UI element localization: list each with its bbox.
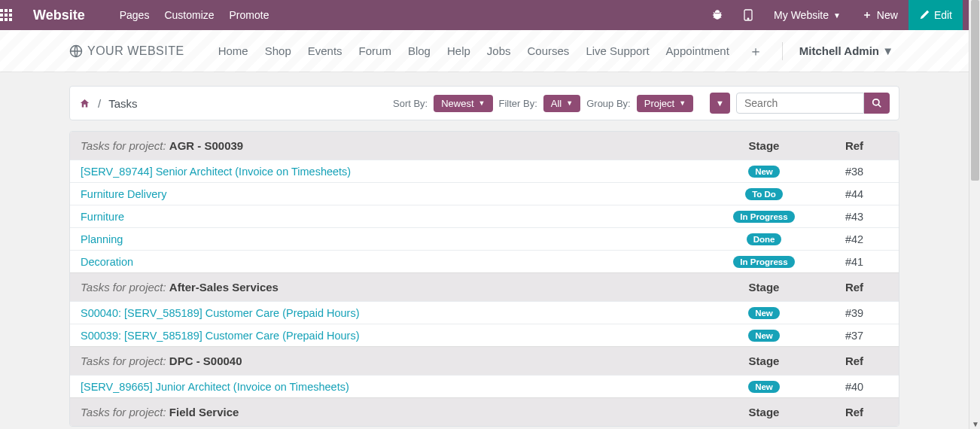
table-row: FurnitureIn Progress#43 xyxy=(70,205,899,227)
apps-icon[interactable] xyxy=(0,9,30,21)
svg-rect-5 xyxy=(9,14,12,17)
nav-home[interactable]: Home xyxy=(218,44,248,57)
nav-events[interactable]: Events xyxy=(308,44,342,57)
stage-badge: New xyxy=(748,330,780,342)
table-row: S00039: [SERV_585189] Customer Care (Pre… xyxy=(70,324,899,346)
table-row: Furniture DeliveryTo Do#44 xyxy=(70,182,899,205)
table-row: S00040: [SERV_585189] Customer Care (Pre… xyxy=(70,301,899,324)
stage-badge: New xyxy=(748,307,780,319)
site-nav: Home Shop Events Forum Blog Help Jobs Co… xyxy=(218,42,969,60)
caret-down-icon: ▼ xyxy=(566,99,573,107)
task-link[interactable]: S00040: [SERV_585189] Customer Care (Pre… xyxy=(81,307,708,319)
sort-label: Sort By: xyxy=(393,98,428,109)
table-row: DecorationIn Progress#41 xyxy=(70,250,899,272)
mobile-icon[interactable] xyxy=(733,0,763,30)
bug-icon[interactable] xyxy=(702,0,733,30)
task-link[interactable]: [SERV_89744] Senior Architect (Invoice o… xyxy=(81,166,708,178)
nav-courses[interactable]: Courses xyxy=(528,44,570,57)
scrollbar-thumb[interactable] xyxy=(971,0,979,181)
search-group: ▼ xyxy=(710,93,890,114)
app-topbar: Website Pages Customize Promote My Websi… xyxy=(0,0,969,30)
user-menu[interactable]: Mitchell Admin ▼ xyxy=(799,44,893,57)
task-link[interactable]: Furniture xyxy=(81,211,708,223)
group-header: Tasks for project: Field ServiceStageRef xyxy=(70,397,899,426)
col-stage: Stage xyxy=(708,139,820,152)
task-link[interactable]: Planning xyxy=(81,233,708,245)
svg-point-10 xyxy=(747,18,749,20)
nav-jobs[interactable]: Jobs xyxy=(487,44,511,57)
site-logo[interactable]: YOUR WEBSITE xyxy=(69,44,184,58)
search-input[interactable] xyxy=(736,93,864,114)
svg-point-12 xyxy=(873,99,879,105)
topbar-menu-pages[interactable]: Pages xyxy=(120,9,150,21)
ref-cell: #40 xyxy=(820,381,888,393)
group-title: Tasks for project: AGR - S00039 xyxy=(81,139,708,152)
ref-cell: #39 xyxy=(820,307,888,319)
stage-cell: In Progress xyxy=(708,255,820,268)
topbar-menu-customize[interactable]: Customize xyxy=(164,9,214,21)
caret-down-icon: ▼ xyxy=(679,99,686,107)
nav-blog[interactable]: Blog xyxy=(408,44,431,57)
search-scope-dropdown[interactable]: ▼ xyxy=(710,93,730,114)
new-button[interactable]: ＋ New xyxy=(851,0,908,30)
plus-icon: ＋ xyxy=(862,8,872,22)
my-website-dropdown[interactable]: My Website ▼ xyxy=(763,0,851,30)
search-button[interactable] xyxy=(864,93,890,114)
svg-rect-6 xyxy=(0,18,3,21)
nav-add-icon[interactable]: ＋ xyxy=(746,42,765,60)
group-value: Project xyxy=(644,98,674,109)
group-header: Tasks for project: AGR - S00039StageRef xyxy=(70,132,899,160)
stage-badge: New xyxy=(748,166,780,178)
group-dropdown[interactable]: Project ▼ xyxy=(637,95,693,112)
ref-cell: #44 xyxy=(820,188,888,200)
edit-button[interactable]: Edit xyxy=(908,0,963,30)
topbar-menu: Pages Customize Promote xyxy=(108,9,269,21)
svg-rect-4 xyxy=(5,14,8,17)
scroll-down-icon[interactable]: ▼ xyxy=(972,421,978,427)
task-link[interactable]: S00039: [SERV_585189] Customer Care (Pre… xyxy=(81,330,708,342)
col-ref: Ref xyxy=(820,406,888,418)
home-icon[interactable] xyxy=(79,98,90,109)
svg-rect-8 xyxy=(9,18,12,21)
svg-rect-0 xyxy=(0,9,3,12)
group-label: Group By: xyxy=(586,98,631,109)
stage-cell: To Do xyxy=(708,187,820,200)
ref-cell: #42 xyxy=(820,233,888,245)
stage-cell: Done xyxy=(708,233,820,245)
sort-dropdown[interactable]: Newest ▼ xyxy=(434,95,492,112)
edit-label: Edit xyxy=(934,9,952,21)
stage-badge: Done xyxy=(747,233,782,245)
svg-rect-2 xyxy=(9,9,12,12)
task-link[interactable]: [SERV_89665] Junior Architect (Invoice o… xyxy=(81,381,708,393)
ref-cell: #43 xyxy=(820,211,888,223)
task-link[interactable]: Furniture Delivery xyxy=(81,188,708,200)
table-row: [SERV_89665] Junior Architect (Invoice o… xyxy=(70,375,899,397)
filter-dropdown[interactable]: All ▼ xyxy=(543,95,580,112)
group-title: Tasks for project: After-Sales Services xyxy=(81,281,708,294)
stage-badge: New xyxy=(748,381,780,393)
stage-badge: To Do xyxy=(745,188,783,200)
nav-live-support[interactable]: Live Support xyxy=(586,44,649,57)
nav-help[interactable]: Help xyxy=(447,44,470,57)
site-header: YOUR WEBSITE Home Shop Events Forum Blog… xyxy=(0,30,969,72)
col-ref: Ref xyxy=(820,139,888,152)
nav-forum[interactable]: Forum xyxy=(359,44,391,57)
filter-value: All xyxy=(551,98,562,109)
vertical-scrollbar[interactable]: ▲ ▼ xyxy=(969,0,980,429)
group-header: Tasks for project: DPC - S00040StageRef xyxy=(70,346,899,375)
breadcrumb: / Tasks xyxy=(79,97,138,110)
user-name: Mitchell Admin xyxy=(799,44,879,57)
col-stage: Stage xyxy=(708,281,820,294)
new-label: New xyxy=(877,9,898,21)
nav-divider xyxy=(782,42,783,60)
topbar-menu-promote[interactable]: Promote xyxy=(230,9,269,21)
nav-shop[interactable]: Shop xyxy=(265,44,291,57)
svg-rect-1 xyxy=(5,9,8,12)
task-link[interactable]: Decoration xyxy=(81,256,708,268)
page-body: / Tasks Sort By: Newest ▼ Filter By: All… xyxy=(0,72,969,429)
list-toolbar: / Tasks Sort By: Newest ▼ Filter By: All… xyxy=(69,86,899,120)
nav-appointment[interactable]: Appointment xyxy=(666,44,729,57)
col-stage: Stage xyxy=(708,354,820,367)
table-row: PlanningDone#42 xyxy=(70,227,899,250)
svg-rect-7 xyxy=(5,18,8,21)
